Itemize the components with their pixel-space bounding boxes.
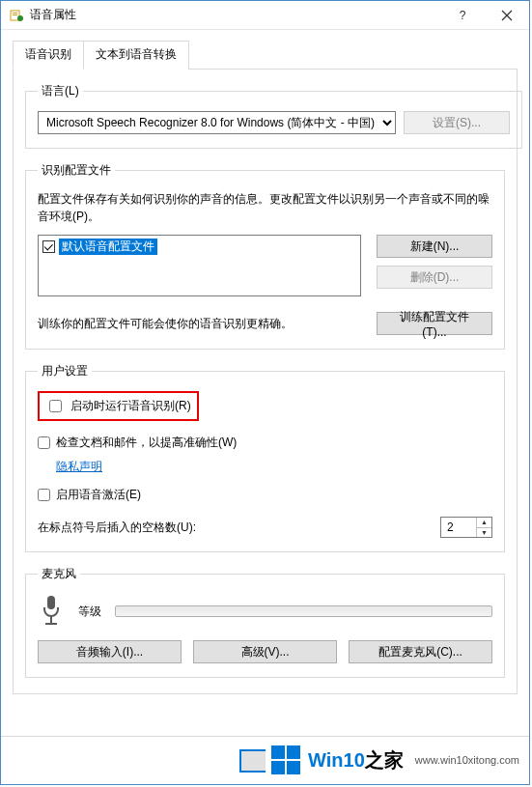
run-at-start-label: 启动时运行语音识别(R) [70, 398, 191, 414]
language-settings-button[interactable]: 设置(S)... [404, 111, 510, 134]
language-select[interactable]: Microsoft Speech Recognizer 8.0 for Wind… [38, 111, 396, 134]
svg-point-3 [17, 15, 23, 21]
spaces-value: 2 [441, 518, 476, 537]
voice-activation-label: 启用语音激活(E) [56, 487, 141, 503]
profile-train-button[interactable]: 训练配置文件(T)... [377, 312, 492, 335]
user-settings-legend: 用户设置 [38, 363, 92, 379]
spin-up-icon[interactable]: ▲ [477, 518, 491, 527]
spin-down-icon[interactable]: ▼ [477, 527, 491, 538]
review-docs-label: 检查文档和邮件，以提高准确性(W) [56, 435, 237, 451]
spaces-label: 在标点符号后插入的空格数(U): [38, 520, 196, 536]
advanced-button[interactable]: 高级(V)... [193, 640, 337, 663]
help-button[interactable]: ? [440, 1, 485, 30]
app-icon [9, 8, 24, 23]
windows-logo-icon [271, 745, 300, 774]
svg-rect-2 [13, 14, 17, 15]
window-title: 语音属性 [30, 7, 440, 23]
client-area: 语音识别 文本到语音转换 语言(L) Microsoft Speech Reco… [1, 30, 529, 706]
level-label: 等级 [78, 604, 101, 620]
profile-train-desc: 训练你的配置文件可能会使你的语音识别更精确。 [38, 316, 369, 332]
level-meter [115, 605, 492, 617]
voice-activation-checkbox[interactable] [38, 489, 50, 501]
microphone-icon [38, 594, 65, 629]
audio-input-button[interactable]: 音频输入(I)... [38, 640, 182, 663]
review-docs-checkbox[interactable] [38, 436, 50, 449]
profile-item-checkbox[interactable] [42, 240, 55, 253]
svg-rect-7 [47, 596, 55, 609]
language-legend: 语言(L) [38, 83, 83, 99]
tabstrip: 语音识别 文本到语音转换 [13, 40, 518, 70]
tab-page: 语言(L) Microsoft Speech Recognizer 8.0 fo… [13, 70, 518, 694]
profile-legend: 识别配置文件 [38, 162, 115, 179]
dialog-window: 语音属性 ? 语音识别 文本到语音转换 语言(L) Microsoft Spee… [0, 0, 530, 785]
profile-new-button[interactable]: 新建(N)... [377, 235, 492, 258]
watermark-brand: Win10之家 [308, 747, 404, 773]
profile-delete-button[interactable]: 删除(D)... [377, 266, 492, 289]
tab-speech-recognition[interactable]: 语音识别 [13, 41, 84, 70]
profile-list-item[interactable]: 默认语音配置文件 [41, 238, 358, 255]
watermark-url: www.win10xitong.com [415, 754, 519, 766]
user-settings-group: 用户设置 启动时运行语音识别(R) 检查文档和邮件，以提高准确性(W) 隐私声明… [25, 363, 505, 552]
profile-listbox[interactable]: 默认语音配置文件 [38, 235, 361, 296]
microphone-legend: 麦克风 [38, 566, 80, 582]
svg-text:?: ? [460, 10, 466, 21]
language-group: 语言(L) Microsoft Speech Recognizer 8.0 fo… [25, 83, 522, 149]
run-at-start-highlight: 启动时运行语音识别(R) [38, 391, 199, 421]
run-at-start-checkbox[interactable] [49, 400, 62, 412]
profile-item-label: 默认语音配置文件 [59, 239, 157, 255]
privacy-link[interactable]: 隐私声明 [56, 459, 102, 475]
profile-desc: 配置文件保存有关如何识别你的声音的信息。更改配置文件以识别另一个声音或不同的噪音… [38, 190, 492, 225]
titlebar: 语音属性 ? [1, 1, 529, 30]
spaces-spinbox[interactable]: 2 ▲ ▼ [440, 517, 492, 538]
watermark: Win10之家 www.win10xitong.com [266, 742, 525, 778]
svg-rect-1 [13, 13, 17, 14]
tab-text-to-speech[interactable]: 文本到语音转换 [83, 41, 189, 70]
microphone-group: 麦克风 等级 音频输入(I)... 高级(V). [25, 566, 505, 678]
profile-group: 识别配置文件 配置文件保存有关如何识别你的声音的信息。更改配置文件以识别另一个声… [25, 162, 505, 350]
close-button[interactable] [485, 1, 529, 30]
config-mic-button[interactable]: 配置麦克风(C)... [349, 640, 492, 663]
